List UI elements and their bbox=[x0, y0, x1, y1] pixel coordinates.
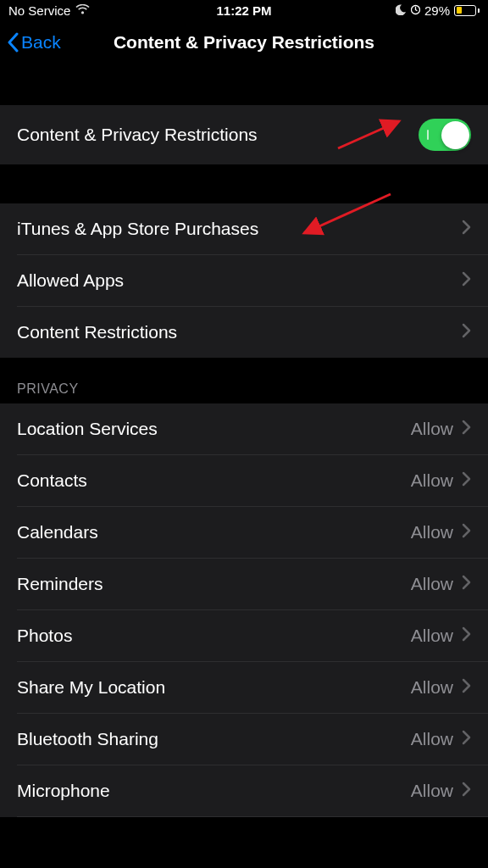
restrictions-toggle-label: Content & Privacy Restrictions bbox=[17, 125, 258, 145]
chevron-right-icon bbox=[462, 626, 471, 645]
status-time: 11:22 PM bbox=[216, 3, 271, 18]
page-title: Content & Privacy Restrictions bbox=[114, 32, 374, 53]
back-button[interactable]: Back bbox=[7, 32, 61, 53]
chevron-right-icon bbox=[462, 730, 471, 748]
row-label: Allowed Apps bbox=[17, 270, 124, 291]
location-services-row[interactable]: Location Services Allow bbox=[0, 403, 488, 454]
calendars-row[interactable]: Calendars Allow bbox=[0, 507, 488, 558]
row-value: Allow bbox=[411, 781, 453, 801]
contacts-row[interactable]: Contacts Allow bbox=[0, 455, 488, 506]
chevron-right-icon bbox=[462, 523, 471, 542]
chevron-right-icon bbox=[462, 220, 471, 238]
restrictions-toggle-row: Content & Privacy Restrictions bbox=[0, 105, 488, 164]
content-restrictions-row[interactable]: Content Restrictions bbox=[0, 307, 488, 358]
chevron-right-icon bbox=[462, 575, 471, 593]
row-label: Contacts bbox=[17, 470, 87, 491]
chevron-right-icon bbox=[462, 323, 471, 342]
row-label: Bluetooth Sharing bbox=[17, 729, 158, 749]
restrictions-toggle[interactable] bbox=[419, 119, 471, 151]
row-label: Microphone bbox=[17, 781, 110, 801]
chevron-right-icon bbox=[462, 420, 471, 438]
photos-row[interactable]: Photos Allow bbox=[0, 610, 488, 661]
wifi-icon bbox=[75, 3, 90, 18]
row-label: Reminders bbox=[17, 574, 103, 594]
spacer bbox=[0, 164, 488, 203]
chevron-right-icon bbox=[462, 678, 471, 697]
row-value: Allow bbox=[411, 574, 453, 594]
row-label: Share My Location bbox=[17, 677, 165, 698]
share-my-location-row[interactable]: Share My Location Allow bbox=[0, 662, 488, 713]
battery-icon bbox=[454, 5, 480, 16]
chevron-right-icon bbox=[462, 471, 471, 490]
allowed-apps-row[interactable]: Allowed Apps bbox=[0, 255, 488, 306]
lock-icon bbox=[411, 3, 420, 18]
moon-icon bbox=[396, 3, 407, 18]
row-value: Allow bbox=[411, 419, 453, 439]
back-label: Back bbox=[21, 32, 61, 53]
status-bar: No Service 11:22 PM 29% bbox=[0, 0, 488, 20]
row-value: Allow bbox=[411, 522, 453, 542]
row-value: Allow bbox=[411, 470, 453, 491]
section-purchases: iTunes & App Store Purchases Allowed App… bbox=[0, 203, 488, 358]
reminders-row[interactable]: Reminders Allow bbox=[0, 559, 488, 609]
carrier-text: No Service bbox=[8, 3, 70, 18]
row-label: iTunes & App Store Purchases bbox=[17, 219, 258, 239]
row-label: Content Restrictions bbox=[17, 322, 177, 342]
row-label: Photos bbox=[17, 626, 72, 646]
nav-bar: Back Content & Privacy Restrictions bbox=[0, 20, 488, 64]
row-value: Allow bbox=[411, 729, 453, 749]
row-label: Location Services bbox=[17, 419, 158, 439]
row-value: Allow bbox=[411, 626, 453, 646]
chevron-left-icon bbox=[7, 32, 19, 53]
battery-percent: 29% bbox=[424, 3, 450, 18]
itunes-purchases-row[interactable]: iTunes & App Store Purchases bbox=[0, 203, 488, 254]
chevron-right-icon bbox=[462, 782, 471, 800]
bluetooth-sharing-row[interactable]: Bluetooth Sharing Allow bbox=[0, 714, 488, 765]
row-value: Allow bbox=[411, 677, 453, 698]
row-label: Calendars bbox=[17, 522, 98, 542]
privacy-section-header: PRIVACY bbox=[0, 358, 488, 403]
microphone-row[interactable]: Microphone Allow bbox=[0, 765, 488, 816]
spacer bbox=[0, 64, 488, 105]
privacy-section: Location Services Allow Contacts Allow C… bbox=[0, 403, 488, 817]
chevron-right-icon bbox=[462, 271, 471, 290]
